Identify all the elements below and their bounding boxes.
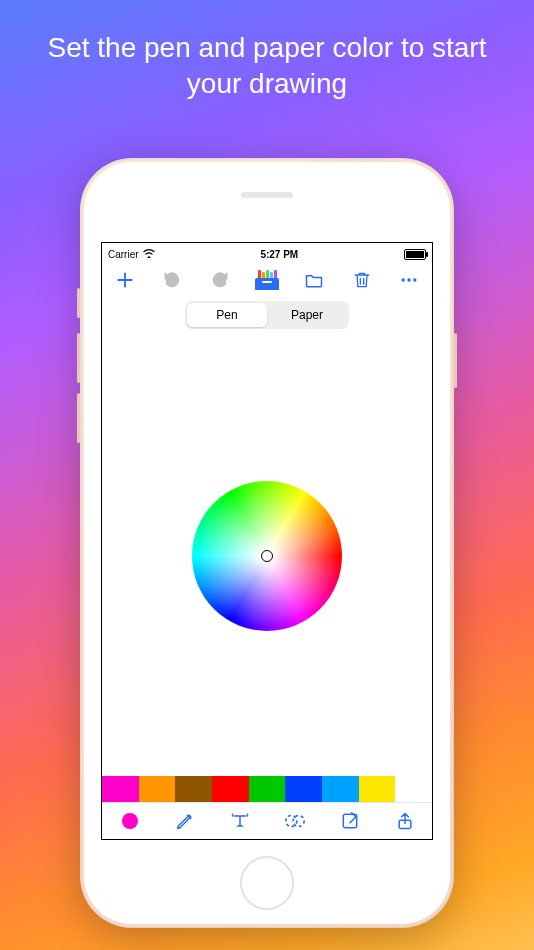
palette-swatch-1[interactable] [139,776,176,802]
svg-point-3 [407,278,410,281]
top-toolbar [102,263,432,297]
wifi-icon [143,248,155,260]
redo-button[interactable] [205,266,235,294]
palette-swatch-6[interactable] [322,776,359,802]
pen-paper-segmented[interactable]: Pen Paper [185,301,349,329]
segment-paper[interactable]: Paper [267,303,347,327]
segmented-wrap: Pen Paper [102,297,432,335]
phone-speaker [241,192,293,198]
svg-point-2 [401,278,404,281]
clock-label: 5:27 PM [260,249,298,260]
carrier-label: Carrier [108,249,139,260]
phone-volume-up [77,333,80,383]
note-tool[interactable] [330,806,370,836]
palette-swatch-2[interactable] [175,776,212,802]
gallery-button[interactable] [252,266,282,294]
current-color-icon [122,813,138,829]
color-canvas[interactable] [102,335,432,776]
color-cursor[interactable] [261,550,273,562]
add-button[interactable] [110,266,140,294]
bottom-toolbar [102,802,432,839]
color-wheel[interactable] [192,481,342,631]
palette-swatch-0[interactable] [102,776,139,802]
text-tool[interactable] [220,806,260,836]
folder-button[interactable] [299,266,329,294]
phone-body: Carrier 5:27 PM [84,162,450,924]
svg-point-4 [413,278,416,281]
segment-pen[interactable]: Pen [187,303,267,327]
palette-swatch-7[interactable] [359,776,396,802]
palette-swatch-5[interactable] [285,776,322,802]
more-button[interactable] [394,266,424,294]
palette-swatch-4[interactable] [249,776,286,802]
phone-volume-down [77,393,80,443]
color-palette [102,776,432,802]
promo-caption: Set the pen and paper color to start you… [0,30,534,103]
phone-frame: Carrier 5:27 PM [80,158,454,928]
undo-button[interactable] [157,266,187,294]
app-screen: Carrier 5:27 PM [101,242,433,840]
battery-icon [404,249,426,260]
share-button[interactable] [385,806,425,836]
lasso-tool[interactable] [275,806,315,836]
pencil-tool[interactable] [165,806,205,836]
trash-button[interactable] [347,266,377,294]
palette-swatch-8[interactable] [395,776,432,802]
phone-home-button[interactable] [240,856,294,910]
phone-power-button [454,333,457,388]
pencils-icon [255,270,279,290]
color-tool[interactable] [110,806,150,836]
palette-swatch-3[interactable] [212,776,249,802]
status-bar: Carrier 5:27 PM [102,243,432,263]
promo-background: Set the pen and paper color to start you… [0,0,534,950]
phone-mute-switch [77,288,80,318]
